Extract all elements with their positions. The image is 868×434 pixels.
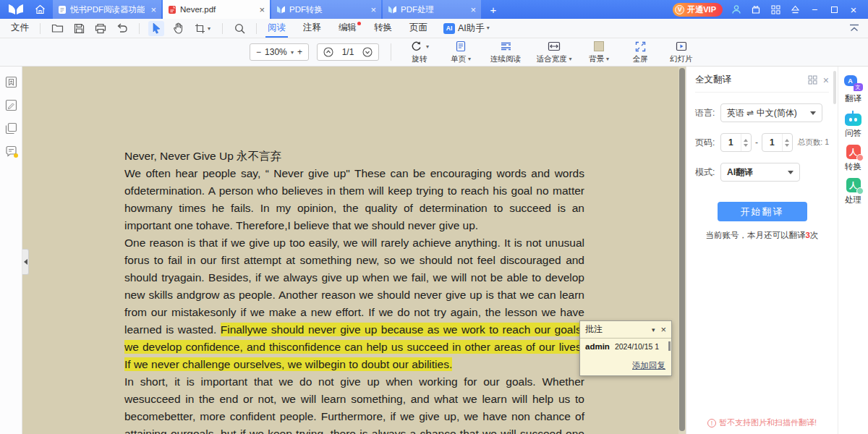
- quota-suffix: 次: [810, 231, 819, 239]
- translate-panel-header: 全文翻译 ×: [695, 74, 829, 93]
- zoom-in-button[interactable]: +: [297, 47, 302, 57]
- slideshow-tool[interactable]: 幻灯片: [665, 41, 698, 64]
- page-to-stepper[interactable]: 1: [762, 133, 793, 152]
- open-folder-button[interactable]: [49, 21, 65, 36]
- page-range-row: 页码: 1 - 1 总页数: 1: [695, 133, 829, 152]
- new-tab-button[interactable]: +: [482, 4, 504, 16]
- apps-grid-icon[interactable]: [770, 4, 781, 15]
- annotation-author: admin: [585, 342, 610, 351]
- step-down-icon: [744, 144, 748, 147]
- paragraph-text: In short, it is important that we do not…: [124, 375, 584, 434]
- zoom-out-button[interactable]: −: [256, 47, 261, 57]
- continuous-read-tool[interactable]: 连续阅读: [485, 41, 526, 64]
- sidebar-item-qa[interactable]: 问答: [845, 110, 861, 139]
- tab-edit[interactable]: 编辑: [336, 19, 359, 38]
- close-panel-icon[interactable]: ×: [823, 75, 829, 85]
- chevron-down-icon[interactable]: ▾: [291, 49, 294, 56]
- start-translate-button[interactable]: 开始翻译: [718, 202, 807, 221]
- close-icon[interactable]: ×: [660, 325, 666, 334]
- thumbnails-panel-button[interactable]: [4, 122, 17, 135]
- tab-never-pdf[interactable]: Never.pdf ×: [163, 0, 270, 19]
- tab-pdf-convert[interactable]: PDF转换 ×: [271, 0, 381, 19]
- view-toolbar: − 130% ▾ + 1/1 ▾ 旋转 单页 ▾ 连续阅读: [0, 38, 868, 67]
- minimize-button[interactable]: −: [809, 4, 820, 15]
- fullscreen-tool[interactable]: 全屏: [624, 41, 657, 64]
- annotation-reply-row: 添加回复: [580, 352, 671, 375]
- page-from-stepper[interactable]: 1: [720, 133, 752, 152]
- paragraph: In short, it is important that we do not…: [124, 373, 584, 434]
- add-reply-link[interactable]: 添加回复: [632, 361, 665, 370]
- tab-reader-guide[interactable]: 悦书PDF阅读器功能指... ×: [53, 0, 161, 19]
- zoom-level[interactable]: 130%: [265, 47, 287, 57]
- close-icon[interactable]: ×: [370, 5, 376, 14]
- notification-dot: [14, 153, 18, 158]
- undo-button[interactable]: [114, 21, 130, 36]
- file-menu[interactable]: 文件: [9, 19, 31, 38]
- tab-read[interactable]: 阅读: [265, 19, 288, 38]
- stepper-arrows[interactable]: [782, 134, 792, 151]
- tab-page[interactable]: 页面: [407, 19, 430, 38]
- collapse-sidebar-handle[interactable]: [22, 249, 29, 275]
- account-icon[interactable]: [731, 4, 742, 15]
- pdf-convert-icon: 人: [846, 145, 861, 159]
- background-tool[interactable]: 背景 ▾: [582, 41, 616, 64]
- pdf-file-icon: [168, 5, 176, 14]
- close-icon[interactable]: ×: [150, 5, 156, 14]
- tab-convert[interactable]: 转换: [372, 19, 394, 38]
- close-icon[interactable]: ×: [470, 5, 476, 14]
- popup-scrollbar[interactable]: [668, 341, 671, 351]
- select-tool-button[interactable]: [148, 21, 164, 36]
- bookmarks-panel-button[interactable]: [4, 75, 17, 88]
- stepper-arrows[interactable]: [741, 134, 751, 151]
- panel-scrollbar[interactable]: [833, 71, 836, 104]
- fit-width-tool[interactable]: 适合宽度 ▾: [534, 41, 574, 64]
- sidebar-item-label: 翻译: [845, 93, 861, 104]
- close-window-button[interactable]: ×: [848, 4, 859, 15]
- tab-annotate[interactable]: 注释: [301, 19, 323, 38]
- mode-value: AI翻译: [727, 166, 753, 179]
- crop-tool-button[interactable]: ▾: [192, 21, 213, 36]
- page-to-value[interactable]: 1: [762, 137, 782, 148]
- fullscreen-label: 全屏: [633, 54, 648, 64]
- paragraph: We often hear people say, “ Never give u…: [124, 165, 584, 234]
- single-page-tool[interactable]: 单页 ▾: [444, 41, 477, 64]
- comments-panel-button[interactable]: [4, 145, 17, 158]
- gift-icon[interactable]: [750, 4, 762, 15]
- hand-tool-button[interactable]: [170, 21, 186, 36]
- translate-icon: A文: [844, 75, 863, 91]
- close-icon[interactable]: ×: [259, 5, 265, 14]
- print-button[interactable]: [93, 21, 109, 36]
- search-button[interactable]: [231, 21, 247, 36]
- document-viewport[interactable]: Never, Never Give Up 永不言弃 We often hear …: [22, 67, 686, 434]
- page-from-value[interactable]: 1: [721, 137, 741, 148]
- rotate-tool[interactable]: ▾ 旋转: [403, 41, 436, 64]
- prev-page-button[interactable]: [323, 47, 333, 57]
- scrollbar-thumb[interactable]: [679, 68, 685, 431]
- tab-pdf-process[interactable]: PDF处理 ×: [383, 0, 481, 19]
- ai-assistant-menu[interactable]: AI AI助手 ▾: [441, 19, 492, 38]
- document-scrollbar[interactable]: [678, 67, 686, 434]
- chevron-down-icon[interactable]: ▾: [652, 326, 655, 333]
- divider: [391, 43, 391, 61]
- annotations-panel-button[interactable]: [4, 98, 17, 111]
- maximize-button[interactable]: [828, 4, 840, 15]
- sidebar-item-translate[interactable]: A文 翻译: [844, 75, 863, 104]
- divider: [40, 23, 41, 34]
- range-dash: -: [755, 137, 758, 148]
- detach-panel-icon[interactable]: [808, 75, 817, 85]
- sidebar-item-convert[interactable]: 人 转换: [845, 145, 861, 172]
- save-button[interactable]: [71, 21, 87, 36]
- next-page-button[interactable]: [362, 47, 373, 57]
- mode-row: 模式: AI翻译: [695, 163, 829, 182]
- sidebar-item-process[interactable]: 人 处理: [845, 178, 861, 205]
- home-button[interactable]: [31, 2, 48, 17]
- language-select[interactable]: 英语 ⇌ 中文(简体): [720, 103, 822, 122]
- rotate-icon: ▾: [410, 41, 429, 53]
- page-indicator[interactable]: 1/1: [342, 47, 354, 57]
- boss-key-icon[interactable]: [789, 4, 801, 15]
- document-title: Never, Never Give Up 永不言弃: [124, 148, 584, 165]
- collapse-toolbar-button[interactable]: [849, 24, 859, 33]
- mode-select[interactable]: AI翻译: [720, 163, 800, 182]
- doc-icon: [58, 5, 67, 14]
- vip-button[interactable]: V 开通VIP: [673, 3, 723, 17]
